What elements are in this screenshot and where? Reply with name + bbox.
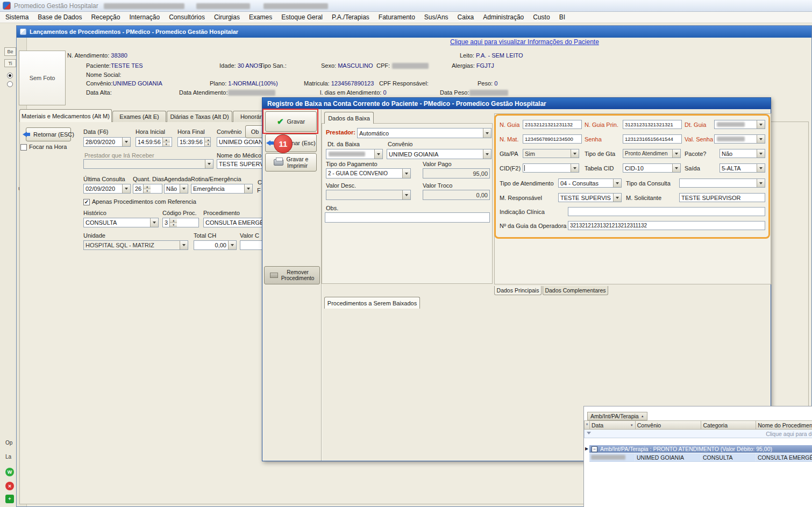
gta-pa-field[interactable]: Sim bbox=[523, 149, 579, 158]
cancel-icon[interactable]: ✕ bbox=[5, 482, 14, 490]
menu-administracao[interactable]: Administração bbox=[483, 13, 524, 21]
n-guia-field[interactable]: 23132121321231132 bbox=[523, 120, 582, 129]
pacote-field[interactable]: Não bbox=[720, 149, 765, 158]
column-header-data[interactable]: Data▼ bbox=[590, 421, 636, 429]
menu-pa-terapias[interactable]: P.A./Terapias bbox=[332, 13, 369, 21]
spinner-icon[interactable]: ▲▼ bbox=[169, 218, 177, 227]
valor-desc-field[interactable] bbox=[326, 190, 411, 200]
total-ch-field[interactable]: 0,00 bbox=[194, 240, 237, 250]
menu-estoque-geral[interactable]: Estoque Geral bbox=[281, 13, 323, 21]
focar-checkbox[interactable] bbox=[20, 144, 27, 151]
tipo-pagamento-field[interactable]: 2 - GUIA DE CONVENIO bbox=[326, 168, 411, 178]
tab-dados-da-baixa[interactable]: Dados da Baixa bbox=[324, 112, 374, 124]
chevron-down-icon[interactable] bbox=[571, 164, 579, 172]
chevron-down-icon[interactable] bbox=[205, 160, 213, 168]
grid-group-row[interactable]: − Amb/Int/PA/Terapia : PRONTO ATENDIMENT… bbox=[589, 445, 812, 453]
codigo-proc-field[interactable]: 3▲▼ bbox=[162, 218, 199, 227]
menu-sus-ans[interactable]: Sus/Ans bbox=[424, 13, 448, 21]
tab-procedimentos-baixados[interactable]: Procedimentos a Serem Baixados bbox=[324, 297, 420, 309]
menu-consultorios[interactable]: Consultórios bbox=[169, 13, 205, 21]
chevron-down-icon[interactable] bbox=[122, 184, 130, 193]
remover-procedimento-button[interactable]: Remover Procedimento bbox=[264, 266, 320, 284]
tipo-atendimento-field[interactable]: 04 - Consultas bbox=[558, 178, 622, 188]
prestador-receber-field[interactable] bbox=[83, 159, 213, 169]
quant-dias-field[interactable]: 26▲▼ bbox=[133, 184, 162, 194]
dialog-prestador-field[interactable]: Automático bbox=[357, 128, 492, 138]
whatsapp-icon[interactable]: W bbox=[5, 468, 14, 476]
grid-filter-row[interactable]: Clique aqui para definir um Filtro bbox=[584, 430, 812, 438]
menu-internacao[interactable]: Internação bbox=[129, 13, 160, 21]
add-icon[interactable]: + bbox=[5, 495, 14, 503]
chevron-down-icon[interactable] bbox=[613, 179, 621, 187]
chevron-down-icon[interactable] bbox=[180, 184, 188, 193]
column-header-categoria[interactable]: Categoria bbox=[701, 421, 756, 429]
menu-bi[interactable]: BI bbox=[559, 13, 565, 21]
menu-cirurgias[interactable]: Cirurgias bbox=[214, 13, 240, 21]
chevron-down-icon[interactable] bbox=[402, 190, 410, 199]
spinner-icon[interactable]: ▲▼ bbox=[162, 138, 170, 146]
tab-diarias-taxas[interactable]: Diárias e Taxas (Alt D) bbox=[167, 111, 232, 122]
radio-option-1[interactable] bbox=[7, 73, 13, 78]
chevron-down-icon[interactable] bbox=[757, 179, 765, 187]
menu-exames[interactable]: Exames bbox=[249, 13, 272, 21]
patient-info-link[interactable]: Clique aqui para visualizar Informações … bbox=[450, 38, 599, 46]
hora-inicial-field[interactable]: 14:59:56▲▼ bbox=[136, 137, 172, 147]
chevron-down-icon[interactable] bbox=[180, 241, 188, 249]
side-tab-be[interactable]: Be bbox=[4, 47, 16, 56]
gravar-imprimir-button[interactable]: Gravar e Imprimir bbox=[265, 153, 317, 172]
chevron-down-icon[interactable] bbox=[150, 218, 158, 227]
indicacao-clinica-field[interactable] bbox=[568, 207, 765, 216]
saida-field[interactable]: 5-ALTA bbox=[720, 163, 765, 173]
group-field-chip[interactable]: Amb/Int/PA/Terapia ▲ bbox=[587, 412, 647, 420]
chevron-down-icon[interactable] bbox=[757, 149, 765, 158]
tab-dados-principais[interactable]: Dados Principais bbox=[494, 286, 542, 295]
apenas-referencia-checkbox[interactable]: ✓ bbox=[83, 199, 90, 205]
chevron-down-icon[interactable] bbox=[757, 135, 765, 143]
chevron-down-icon[interactable] bbox=[757, 120, 765, 128]
unidade-field[interactable]: HOSPITAL SQL - MATRIZ bbox=[83, 240, 188, 250]
dialog-convenio-field[interactable]: UNIMED GOIANIA bbox=[387, 149, 492, 159]
tabela-cid-field[interactable]: CID-10 bbox=[623, 163, 681, 173]
hora-final-field[interactable]: 15:39:56▲▼ bbox=[177, 137, 211, 147]
valor-c-field[interactable] bbox=[240, 240, 263, 250]
nome-medico-field[interactable]: TESTE SUPERVIS bbox=[217, 159, 266, 169]
valor-troco-field[interactable]: 0,00 bbox=[423, 190, 490, 200]
tab-materiais-medicamentos[interactable]: Materiais e Medicamentos (Alt M) bbox=[19, 109, 112, 122]
dialog-obs-field[interactable] bbox=[325, 212, 490, 223]
procedimento-field[interactable]: CONSULTA EMERGÊN bbox=[203, 218, 263, 227]
collapse-icon[interactable]: − bbox=[592, 446, 597, 452]
chevron-down-icon[interactable] bbox=[571, 149, 579, 158]
menu-caixa[interactable]: Caixa bbox=[458, 13, 474, 21]
tab-exames[interactable]: Exames (Alt E) bbox=[112, 111, 166, 122]
menu-recepcao[interactable]: Recepção bbox=[91, 13, 120, 21]
chevron-down-icon[interactable] bbox=[244, 184, 252, 193]
chevron-down-icon[interactable] bbox=[228, 241, 236, 249]
spinner-icon[interactable]: ▲▼ bbox=[143, 184, 151, 193]
chevron-down-icon[interactable] bbox=[483, 149, 491, 159]
side-tab-ti[interactable]: Ti bbox=[4, 59, 16, 67]
n-guia-prin-field[interactable]: 31231231321321321 bbox=[623, 120, 682, 129]
chevron-down-icon[interactable] bbox=[483, 128, 491, 138]
chevron-down-icon[interactable] bbox=[672, 149, 680, 158]
tab-dados-complementares[interactable]: Dados Complementares bbox=[543, 286, 608, 295]
column-header-convenio[interactable]: Convênio bbox=[636, 421, 702, 429]
menu-base-de-dados[interactable]: Base de Dados bbox=[38, 13, 82, 21]
tipo-gta-field[interactable]: Pronto Atendimen bbox=[623, 149, 681, 158]
chevron-down-icon[interactable] bbox=[374, 149, 382, 159]
chevron-down-icon[interactable] bbox=[402, 169, 410, 178]
senha-field[interactable]: 12312316515641544 bbox=[623, 134, 682, 144]
rotina-emergencia-field[interactable]: Emergência bbox=[191, 184, 253, 194]
agendada-field[interactable]: Não bbox=[164, 184, 188, 194]
m-responsavel-field[interactable]: TESTE SUPERVIS bbox=[558, 193, 622, 202]
chevron-down-icon[interactable] bbox=[613, 194, 621, 202]
n-guia-operadora-field[interactable]: 32132121231321213212311132 bbox=[568, 221, 765, 230]
menu-sistema[interactable]: Sistema bbox=[5, 13, 29, 21]
chevron-down-icon[interactable] bbox=[757, 164, 765, 172]
menu-custo[interactable]: Custo bbox=[533, 13, 550, 21]
form-convenio-field[interactable]: UNIMED GOIANIA bbox=[217, 137, 266, 147]
filter-dropdown-icon[interactable]: ▼ bbox=[630, 424, 633, 427]
historico-field[interactable]: CONSULTA bbox=[83, 218, 159, 227]
chevron-down-icon[interactable] bbox=[122, 138, 130, 146]
column-header-procedimento[interactable]: Nome do Procedimento bbox=[756, 421, 812, 429]
radio-option-2[interactable] bbox=[7, 81, 13, 87]
